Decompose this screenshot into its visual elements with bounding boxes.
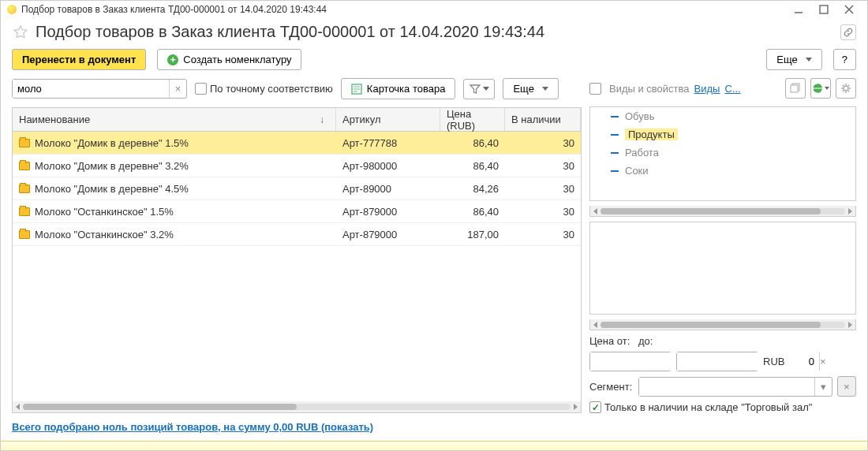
vidy-link[interactable]: Виды (694, 83, 720, 95)
price-to-clear[interactable]: × (819, 352, 826, 371)
globe-icon-button[interactable] (810, 78, 831, 99)
items-table: Наименование↓ Артикул Цена (RUB) В налич… (12, 107, 582, 413)
col-stock[interactable]: В наличии (505, 108, 581, 131)
funnel-icon (470, 84, 481, 95)
card-icon (351, 84, 362, 95)
svg-rect-9 (791, 85, 798, 92)
footer: Всего подобрано ноль позиций товаров, на… (1, 413, 867, 441)
app-icon (7, 5, 17, 14)
product-card-button[interactable]: Карточка товара (341, 78, 456, 99)
filters: Цена от: до: × × RUB Сегмент: ▾ × Только… (589, 335, 856, 413)
segment-clear[interactable]: × (837, 376, 856, 397)
folder-icon (19, 207, 30, 216)
tree-item[interactable]: Работа (590, 144, 855, 162)
folder-icon (19, 162, 30, 170)
page-header: Подбор товаров в Заказ клиента ТД00-0000… (1, 18, 867, 46)
svg-point-11 (844, 86, 848, 91)
maximize-button[interactable] (812, 2, 836, 17)
transfer-button[interactable]: Перенести в документ (12, 49, 146, 70)
dash-icon (611, 116, 619, 117)
create-nomenclature-button[interactable]: +Создать номенклатуру (157, 49, 301, 70)
search-input[interactable] (13, 80, 169, 98)
close-button[interactable] (837, 2, 861, 17)
copy-icon (790, 83, 801, 94)
exact-match-checkbox[interactable]: По точному соответствию (195, 83, 333, 95)
svg-rect-1 (820, 6, 828, 13)
segment-dd[interactable]: ▾ (814, 378, 832, 396)
titlebar: Подбор товаров в Заказ клиента ТД00-0000… (1, 1, 867, 18)
col-name[interactable]: Наименование↓ (13, 108, 336, 131)
page-title: Подбор товаров в Заказ клиента ТД00-0000… (36, 23, 840, 41)
segment-label: Сегмент: (589, 381, 634, 393)
properties-panel (589, 222, 856, 315)
table-hscroll[interactable] (13, 401, 581, 412)
more-button-2[interactable]: Еще (503, 78, 558, 99)
toolbar-primary: Перенести в документ +Создать номенклату… (1, 46, 867, 78)
tree-item[interactable]: Соки (590, 162, 855, 180)
dash-icon (611, 170, 619, 172)
empty-hscroll[interactable] (589, 319, 856, 330)
folder-icon (19, 139, 30, 147)
link-icon-button[interactable] (840, 24, 856, 40)
table-row[interactable]: Молоко "Домик в деревне" 4.5%Арт-8900084… (13, 177, 581, 200)
tree-item[interactable]: Обувь (590, 107, 855, 125)
tree-hscroll[interactable] (589, 206, 856, 217)
price-to-input[interactable] (677, 352, 819, 371)
col-article[interactable]: Артикул (336, 108, 440, 131)
minimize-button[interactable] (787, 2, 810, 17)
types-props-label: Виды и свойства (609, 83, 690, 95)
currency-label: RUB (763, 356, 784, 367)
price-to-label: до: (638, 335, 683, 347)
table-row[interactable]: Молоко "Домик в деревне" 1.5%Арт-7777888… (13, 132, 581, 155)
col-price[interactable]: Цена (RUB) (440, 108, 505, 131)
gear-icon-button[interactable] (836, 78, 856, 99)
tree-item[interactable]: Продукты (590, 125, 855, 144)
search-input-wrapper: × (12, 79, 187, 99)
price-from-label: Цена от: (589, 335, 634, 347)
toolbar-search: × По точному соответствию Карточка товар… (12, 78, 582, 99)
segment-input[interactable] (639, 378, 814, 396)
only-stock-checkbox[interactable]: Только в наличии на складе "Торговый зал… (589, 401, 812, 413)
more-button[interactable]: Еще (766, 49, 821, 70)
filter-button[interactable] (463, 79, 495, 99)
table-row[interactable]: Молоко "Останкинское" 1.5%Арт-87900086,4… (13, 200, 581, 223)
types-checkbox[interactable] (589, 83, 601, 95)
right-toolbar: Виды и свойства Виды С... (589, 78, 856, 99)
globe-icon (812, 83, 823, 94)
table-header: Наименование↓ Артикул Цена (RUB) В налич… (13, 108, 581, 132)
table-row[interactable]: Молоко "Останкинское" 3.2%Арт-879000187,… (13, 223, 581, 246)
table-row[interactable]: Молоко "Домик в деревне" 3.2%Арт-9800008… (13, 155, 581, 177)
folder-icon (19, 184, 30, 193)
sort-icon: ↓ (320, 114, 324, 125)
dash-icon (611, 134, 619, 136)
window-title: Подбор товаров в Заказ клиента ТД00-0000… (21, 4, 327, 15)
plus-icon: + (167, 54, 178, 65)
star-icon[interactable] (12, 24, 29, 41)
bottom-hint-bar (1, 441, 867, 450)
gear-icon (840, 83, 851, 94)
dash-icon (611, 152, 619, 154)
summary-link[interactable]: Всего подобрано ноль позиций товаров, на… (12, 421, 373, 433)
clear-search-button[interactable]: × (169, 80, 186, 98)
category-tree: ОбувьПродуктыРаботаСоки (589, 106, 856, 201)
help-button[interactable]: ? (833, 49, 856, 70)
copy-icon-button[interactable] (785, 78, 806, 99)
c-link[interactable]: С... (724, 83, 740, 95)
folder-icon (19, 230, 30, 239)
